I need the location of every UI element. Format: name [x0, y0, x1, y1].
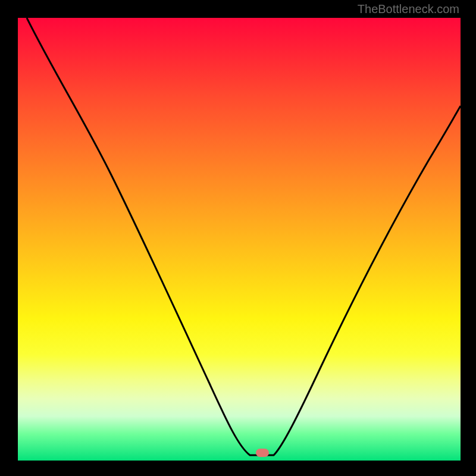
- plot-area: [18, 18, 461, 461]
- chart-frame: TheBottleneck.com: [0, 0, 476, 476]
- bottleneck-curve: [27, 18, 461, 455]
- curve-svg: [18, 18, 461, 461]
- watermark-text: TheBottleneck.com: [358, 2, 459, 16]
- optimal-marker: [256, 449, 269, 457]
